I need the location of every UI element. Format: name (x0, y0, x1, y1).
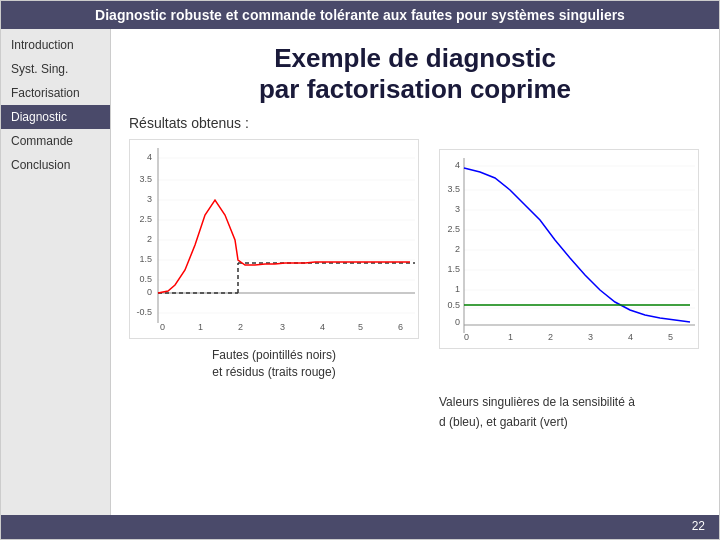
sidebar-item-commande[interactable]: Commande (1, 129, 110, 153)
svg-text:0: 0 (455, 317, 460, 327)
sidebar-item-syst-sing[interactable]: Syst. Sing. (1, 57, 110, 81)
left-chart-svg: 4 3.5 3 2.5 2 1.5 0.5 0 -0.5 0 1 (129, 139, 419, 339)
svg-text:3.5: 3.5 (447, 184, 460, 194)
chart-right: 4 3.5 3 2.5 2 1.5 1 0.5 0 0 1 (429, 139, 701, 431)
charts-row: 4 3.5 3 2.5 2 1.5 0.5 0 -0.5 0 1 (129, 139, 701, 501)
chart-right-svg-wrapper: 4 3.5 3 2.5 2 1.5 1 0.5 0 0 1 (439, 149, 701, 353)
svg-text:5: 5 (358, 322, 363, 332)
svg-text:2: 2 (548, 332, 553, 342)
chart-right-caption: Valeurs singulières de la sensibilité à … (439, 393, 635, 431)
svg-text:6: 6 (398, 322, 403, 332)
results-label: Résultats obtenus : (129, 115, 701, 131)
sidebar-item-introduction[interactable]: Introduction (1, 33, 110, 57)
svg-text:3: 3 (588, 332, 593, 342)
slide-container: Diagnostic robuste et commande tolérante… (0, 0, 720, 540)
sidebar: Introduction Syst. Sing. Factorisation D… (1, 29, 111, 515)
svg-text:3: 3 (280, 322, 285, 332)
svg-text:1.5: 1.5 (139, 254, 152, 264)
slide-footer: 22 (1, 515, 719, 539)
svg-text:3: 3 (455, 204, 460, 214)
svg-text:1: 1 (508, 332, 513, 342)
svg-text:4: 4 (147, 152, 152, 162)
svg-text:2.5: 2.5 (139, 214, 152, 224)
svg-text:3.5: 3.5 (139, 174, 152, 184)
svg-text:2: 2 (455, 244, 460, 254)
svg-text:2.5: 2.5 (447, 224, 460, 234)
svg-text:2: 2 (238, 322, 243, 332)
chart-left-caption: Fautes (pointillés noirs) et résidus (tr… (212, 347, 336, 381)
svg-text:4: 4 (455, 160, 460, 170)
svg-text:-0.5: -0.5 (136, 307, 152, 317)
chart-left: 4 3.5 3 2.5 2 1.5 0.5 0 -0.5 0 1 (129, 139, 419, 381)
svg-text:4: 4 (628, 332, 633, 342)
page-number: 22 (692, 519, 705, 533)
svg-text:3: 3 (147, 194, 152, 204)
sidebar-item-conclusion[interactable]: Conclusion (1, 153, 110, 177)
sidebar-item-factorisation[interactable]: Factorisation (1, 81, 110, 105)
slide-body: Introduction Syst. Sing. Factorisation D… (1, 29, 719, 515)
svg-text:0.5: 0.5 (447, 300, 460, 310)
slide-title: Exemple de diagnostic par factorisation … (129, 43, 701, 105)
svg-text:1: 1 (455, 284, 460, 294)
sidebar-item-diagnostic[interactable]: Diagnostic (1, 105, 110, 129)
svg-text:1.5: 1.5 (447, 264, 460, 274)
svg-text:0.5: 0.5 (139, 274, 152, 284)
svg-text:2: 2 (147, 234, 152, 244)
svg-text:0: 0 (464, 332, 469, 342)
svg-text:0: 0 (160, 322, 165, 332)
header-title: Diagnostic robuste et commande tolérante… (95, 7, 625, 23)
svg-text:5: 5 (668, 332, 673, 342)
svg-text:1: 1 (198, 322, 203, 332)
svg-text:0: 0 (147, 287, 152, 297)
chart-left-svg-wrapper: 4 3.5 3 2.5 2 1.5 0.5 0 -0.5 0 1 (129, 139, 419, 343)
slide-header: Diagnostic robuste et commande tolérante… (1, 1, 719, 29)
right-chart-svg: 4 3.5 3 2.5 2 1.5 1 0.5 0 0 1 (439, 149, 699, 349)
svg-text:4: 4 (320, 322, 325, 332)
sidebar-arrow-indicator (1, 106, 8, 120)
main-content: Exemple de diagnostic par factorisation … (111, 29, 719, 515)
